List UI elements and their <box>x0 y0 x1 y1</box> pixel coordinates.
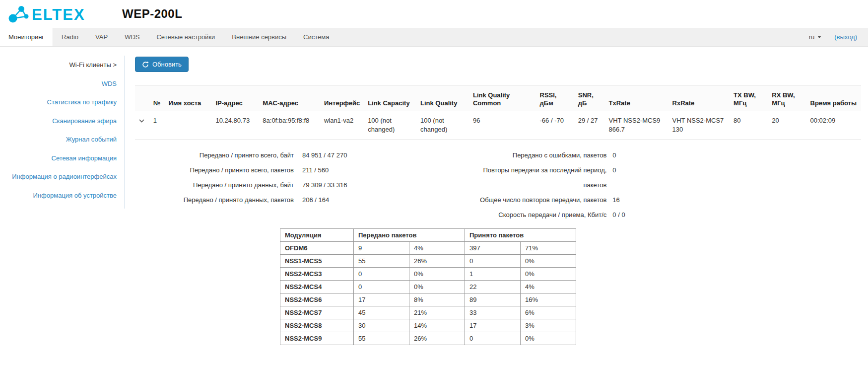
stat-label: Передано с ошибками, пакетов <box>462 148 606 163</box>
tab-network-settings[interactable]: Сетевые настройки <box>148 28 223 46</box>
col-header-rx-bw: RX BW, МГц <box>768 85 806 111</box>
tx-count: 30 <box>354 319 409 332</box>
modulation-row: NSS1-MCS5 55 26% 0 0% <box>280 254 576 267</box>
rx-count: 22 <box>465 280 521 293</box>
rx-percent: 0% <box>521 254 576 267</box>
rx-count: 33 <box>465 306 521 319</box>
stat-line: Передано с ошибками, пакетов 0 <box>462 148 861 163</box>
rx-percent: 0% <box>521 267 576 280</box>
sidebar-item-device-info[interactable]: Информация об устройстве <box>0 186 125 205</box>
refresh-button[interactable]: Обновить <box>135 57 189 72</box>
clients-table-header-row: № Имя хоста IP-адрес MAC-адрес Интерфейс… <box>135 85 861 111</box>
tab-external-services[interactable]: Внешние сервисы <box>223 28 295 46</box>
sidebar-item-traffic-stats[interactable]: Статистика по трафику <box>0 93 125 112</box>
sidebar-item-wds[interactable]: WDS <box>0 74 125 93</box>
sidebar: Wi-Fi клиенты > WDS Статистика по трафик… <box>0 47 125 209</box>
sidebar-item-air-scan[interactable]: Сканирование эфира <box>0 112 125 131</box>
app-header: ELTEX WEP-200L <box>0 0 868 28</box>
eltex-logo: ELTEX <box>6 3 96 25</box>
client-interface: wlan1-va2 <box>320 111 364 140</box>
tab-system[interactable]: Система <box>295 28 337 46</box>
client-detail-stats: Передано / принято всего, байт 84 951 / … <box>135 140 861 223</box>
col-header-tx-bw: TX BW, МГц <box>730 85 768 111</box>
col-header-uptime: Время работы <box>806 85 861 111</box>
stat-label: Передано / принято всего, байт <box>135 148 294 163</box>
tab-vap[interactable]: VAP <box>87 28 116 46</box>
stat-label: Передано / принято данных, байт <box>135 178 294 193</box>
stat-line: Передано / принято данных, байт 79 309 /… <box>135 178 462 193</box>
rx-count: 397 <box>465 241 521 254</box>
logo-molecule-icon <box>9 14 17 23</box>
expand-column-header <box>135 85 149 111</box>
tx-count: 17 <box>354 293 409 306</box>
rx-percent: 71% <box>521 241 576 254</box>
stat-line: Передано / принято всего, пакетов 211 / … <box>135 163 462 178</box>
sidebar-item-radio-interfaces-info[interactable]: Информация о радиоинтерфейсах <box>0 167 125 186</box>
modulation-name: NSS2-MCS7 <box>280 306 354 319</box>
stat-value: 0 / 0 <box>606 208 625 222</box>
modulation-name: NSS1-MCS5 <box>280 254 354 267</box>
modulation-row: NSS2-MCS4 0 0% 22 4% <box>280 280 576 293</box>
client-mac: 8a:0f:ba:95:f8:f8 <box>259 111 320 140</box>
caret-down-icon <box>817 36 821 38</box>
tx-percent: 26% <box>409 332 465 345</box>
sidebar-item-network-info[interactable]: Сетевая информация <box>0 149 125 168</box>
client-row[interactable]: 1 10.24.80.73 8a:0f:ba:95:f8:f8 wlan1-va… <box>135 111 861 140</box>
stat-value: 0 <box>606 163 616 193</box>
modulation-table: Модуляция Передано пакетов Принято пакет… <box>280 228 576 345</box>
rx-percent: 6% <box>521 306 576 319</box>
client-uptime: 00:02:09 <box>806 111 861 140</box>
tx-count: 0 <box>354 267 409 280</box>
tx-percent: 4% <box>409 241 465 254</box>
stat-value: 0 <box>606 148 616 163</box>
tab-radio[interactable]: Radio <box>53 28 87 46</box>
stat-value: 16 <box>606 193 619 208</box>
stat-value: 79 309 / 33 316 <box>294 178 347 193</box>
client-tx-bw: 80 <box>730 111 768 140</box>
modulation-row: NSS2-MCS3 0 0% 1 0% <box>280 267 576 280</box>
sidebar-item-wifi-clients[interactable]: Wi-Fi клиенты > <box>0 56 125 74</box>
device-title: WEP-200L <box>122 7 182 21</box>
modulation-name: NSS2-MCS6 <box>280 293 354 306</box>
tab-wds[interactable]: WDS <box>116 28 148 46</box>
client-ip: 10.24.80.73 <box>211 111 259 140</box>
tx-percent: 8% <box>409 293 465 306</box>
modulation-name: OFDM6 <box>280 241 354 254</box>
top-nav: Мониторинг Radio VAP WDS Сетевые настрой… <box>0 28 868 47</box>
sidebar-item-event-log[interactable]: Журнал событий <box>0 130 125 149</box>
stat-value: 84 951 / 47 270 <box>294 148 347 163</box>
tab-monitoring[interactable]: Мониторинг <box>0 28 53 46</box>
client-number: 1 <box>149 111 165 140</box>
col-header-link-quality: Link Quality <box>416 85 469 111</box>
stat-line: Общее число повторов передачи, пакетов 1… <box>462 193 861 208</box>
content-area: Wi-Fi клиенты > WDS Статистика по трафик… <box>0 47 868 355</box>
tx-percent: 21% <box>409 306 465 319</box>
rx-count: 0 <box>465 332 521 345</box>
rx-percent: 16% <box>521 293 576 306</box>
client-rx-bw: 20 <box>768 111 806 140</box>
modulation-header-row: Модуляция Передано пакетов Принято пакет… <box>280 228 576 241</box>
client-row-expand-cell[interactable] <box>135 111 149 140</box>
tx-count: 9 <box>354 241 409 254</box>
language-selector[interactable]: ru <box>809 33 822 41</box>
stat-label: Общее число повторов передачи, пакетов <box>462 193 606 208</box>
stat-line: Повторы передачи за последний период, па… <box>462 163 861 193</box>
refresh-icon <box>142 61 149 68</box>
col-header-txrate: TxRate <box>605 85 668 111</box>
col-header-hostname: Имя хоста <box>165 85 212 111</box>
modulation-name: NSS2-MCS8 <box>280 319 354 332</box>
main-panel: Обновить № Имя хоста IP-адрес MAC-адрес … <box>125 47 868 355</box>
client-link-capacity: 100 (not changed) <box>364 111 416 140</box>
modulation-col-header: Модуляция <box>280 228 354 241</box>
client-link-quality: 100 (not changed) <box>416 111 469 140</box>
logout-link[interactable]: (выход) <box>834 33 857 41</box>
col-header-link-quality-common: Link Quality Common <box>469 85 536 111</box>
col-header-rxrate: RxRate <box>668 85 730 111</box>
tx-packets-col-header: Передано пакетов <box>354 228 465 241</box>
rx-percent: 3% <box>521 319 576 332</box>
stat-label: Скорость передачи / приема, Кбит/с <box>462 208 606 222</box>
wifi-clients-table: № Имя хоста IP-адрес MAC-адрес Интерфейс… <box>135 85 861 140</box>
client-rssi: -66 / -70 <box>536 111 574 140</box>
rx-count: 89 <box>465 293 521 306</box>
logo-text: ELTEX <box>32 6 85 23</box>
